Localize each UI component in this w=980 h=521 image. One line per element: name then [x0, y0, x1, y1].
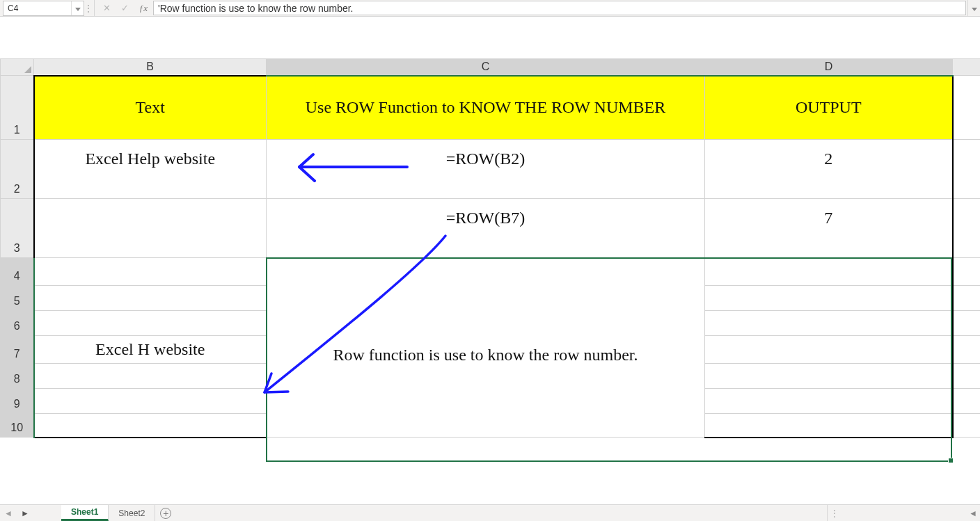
- cell-B3[interactable]: [34, 199, 267, 258]
- row-header-9[interactable]: 9: [1, 389, 34, 414]
- add-sheet-button[interactable]: +: [155, 505, 176, 521]
- cell-E4[interactable]: [953, 258, 981, 286]
- cell-C1[interactable]: Use ROW Function to KNOW THE ROW NUMBER: [267, 76, 705, 140]
- name-box[interactable]: C4: [3, 1, 84, 16]
- cell-B10[interactable]: [34, 414, 267, 438]
- cell-E7[interactable]: [953, 336, 981, 364]
- cell-D9[interactable]: [705, 389, 953, 414]
- tab-nav-next-icon[interactable]: ►: [17, 505, 33, 521]
- cell-B2[interactable]: Excel Help website: [34, 140, 267, 199]
- cell-E10[interactable]: [953, 414, 981, 438]
- row-header-7[interactable]: 7: [1, 336, 34, 364]
- cell-E6[interactable]: [953, 311, 981, 336]
- col-header-overflow[interactable]: [953, 59, 981, 76]
- cell-B5[interactable]: [34, 286, 267, 311]
- tab-label: Sheet2: [118, 508, 145, 518]
- formula-input[interactable]: 'Row function is use to know the row num…: [153, 1, 966, 15]
- cell-B9[interactable]: [34, 389, 267, 414]
- cell-D1[interactable]: OUTPUT: [705, 76, 953, 140]
- cell-E3[interactable]: [953, 199, 981, 258]
- separator: [94, 0, 95, 16]
- fx-icon[interactable]: ƒx: [134, 0, 153, 16]
- tab-nav-prev-icon[interactable]: ◄: [0, 505, 17, 521]
- cell-B7[interactable]: Excel H website: [34, 336, 267, 364]
- select-all-corner[interactable]: [1, 59, 34, 76]
- spreadsheet-grid[interactable]: B C D 1 Text Use ROW Function to KNOW TH…: [0, 58, 980, 438]
- name-box-dropdown-icon[interactable]: [71, 1, 84, 15]
- cell-B4[interactable]: [34, 258, 267, 286]
- cell-E2[interactable]: [953, 140, 981, 199]
- row-header-2[interactable]: 2: [1, 140, 34, 199]
- formula-bar-grip[interactable]: [86, 0, 91, 16]
- cell-E5[interactable]: [953, 286, 981, 311]
- ribbon-gap: [0, 17, 980, 58]
- cell-C4[interactable]: Row function is use to know the row numb…: [267, 258, 705, 438]
- col-header-c[interactable]: C: [267, 59, 705, 76]
- cancel-icon: ✕: [97, 0, 116, 16]
- formula-bar: C4 ✕ ✓ ƒx 'Row function is use to know t…: [0, 0, 980, 17]
- row-header-3[interactable]: 3: [1, 199, 34, 258]
- tab-sheet2[interactable]: Sheet2: [109, 505, 155, 521]
- cell-D10[interactable]: [705, 414, 953, 438]
- row-header-6[interactable]: 6: [1, 311, 34, 336]
- row-header-1[interactable]: 1: [1, 76, 34, 140]
- cell-D3[interactable]: 7: [705, 199, 953, 258]
- cell-D7[interactable]: [705, 336, 953, 364]
- sheet-tab-bar: ◄ ► Sheet1 Sheet2 + ⋮ ◄: [0, 504, 980, 521]
- row-header-5[interactable]: 5: [1, 286, 34, 311]
- cell-B1[interactable]: Text: [34, 76, 267, 140]
- formula-bar-expand-icon[interactable]: [967, 0, 980, 16]
- name-box-value: C4: [8, 3, 18, 13]
- col-header-b[interactable]: B: [34, 59, 267, 76]
- cell-C3[interactable]: =ROW(B7): [267, 199, 705, 258]
- cell-D4[interactable]: [705, 258, 953, 286]
- tab-label: Sheet1: [71, 507, 98, 517]
- formula-text: 'Row function is use to know the row num…: [158, 3, 353, 14]
- scroll-left-icon[interactable]: ◄: [969, 508, 977, 518]
- cell-E8[interactable]: [953, 364, 981, 389]
- cell-C2[interactable]: =ROW(B2): [267, 140, 705, 199]
- col-header-d[interactable]: D: [705, 59, 953, 76]
- cell-B6[interactable]: [34, 311, 267, 336]
- enter-icon: ✓: [116, 0, 134, 16]
- row-header-10[interactable]: 10: [1, 414, 34, 438]
- cell-D5[interactable]: [705, 286, 953, 311]
- row-header-4[interactable]: 4: [1, 258, 34, 286]
- tab-sheet1[interactable]: Sheet1: [61, 505, 109, 521]
- cell-E1[interactable]: [953, 76, 981, 140]
- cell-B8[interactable]: [34, 364, 267, 389]
- row-header-8[interactable]: 8: [1, 364, 34, 389]
- cell-D2[interactable]: 2: [705, 140, 953, 199]
- cell-D6[interactable]: [705, 311, 953, 336]
- cell-E9[interactable]: [953, 389, 981, 414]
- cell-D8[interactable]: [705, 364, 953, 389]
- horizontal-scroll-area[interactable]: ⋮ ◄: [827, 505, 980, 521]
